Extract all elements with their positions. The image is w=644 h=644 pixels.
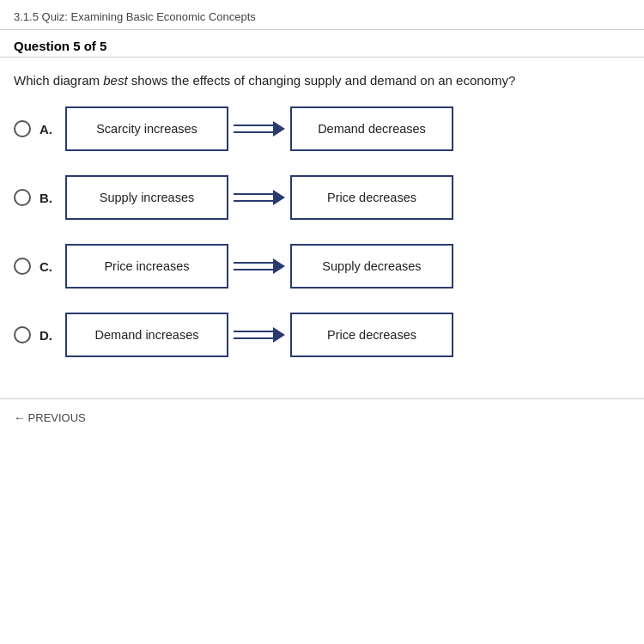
arrow-a <box>234 117 285 141</box>
svg-marker-2 <box>273 121 285 137</box>
diagram-box-d-right: Price decreases <box>290 313 453 357</box>
diagram-box-a-right: Demand decreases <box>290 106 453 151</box>
question-text-after: shows the effects of changing supply and… <box>128 73 516 88</box>
option-row-c: C. Price increases Supply decreases <box>14 244 630 289</box>
arrow-b <box>234 185 285 210</box>
diagram-c: Price increases Supply decreases <box>65 244 630 289</box>
prev-link[interactable]: ← PREVIOUS <box>14 411 630 424</box>
diagram-box-c-right: Supply decreases <box>290 244 453 289</box>
svg-marker-8 <box>273 258 285 274</box>
question-text: Which diagram best shows the effects of … <box>0 66 644 98</box>
diagram-box-b-right: Price decreases <box>290 175 453 220</box>
option-row-d: D. Demand increases Price decreases <box>14 313 630 357</box>
option-letter-b: B. <box>39 191 58 205</box>
diagram-a: Scarcity increases Demand decreases <box>65 106 630 151</box>
radio-b[interactable] <box>14 189 31 206</box>
divider <box>0 57 644 58</box>
question-label: Question 5 of 5 <box>0 30 644 57</box>
page: 3.1.5 Quiz: Examining Basic Economic Con… <box>0 0 644 644</box>
arrow-d <box>234 323 285 347</box>
option-letter-a: A. <box>39 122 58 137</box>
diagram-box-b-left: Supply increases <box>65 175 228 220</box>
diagram-box-d-left: Demand increases <box>65 313 228 357</box>
options-container: A. Scarcity increases Demand decreases B… <box>0 98 644 390</box>
radio-c[interactable] <box>14 258 31 275</box>
diagram-box-a-left: Scarcity increases <box>65 106 228 151</box>
svg-marker-5 <box>273 190 285 205</box>
option-letter-d: D. <box>39 328 58 343</box>
question-text-before: Which diagram <box>14 73 103 88</box>
footer: ← PREVIOUS <box>0 398 644 436</box>
option-letter-c: C. <box>39 259 58 274</box>
option-row-a: A. Scarcity increases Demand decreases <box>14 106 630 151</box>
svg-marker-11 <box>273 327 285 343</box>
option-row-b: B. Supply increases Price decreases <box>14 175 630 220</box>
header: 3.1.5 Quiz: Examining Basic Economic Con… <box>0 0 644 30</box>
radio-a[interactable] <box>14 120 31 137</box>
arrow-c <box>234 254 285 278</box>
radio-d[interactable] <box>14 326 31 343</box>
question-italic: best <box>103 73 127 88</box>
header-subtitle: 3.1.5 Quiz: Examining Basic Economic Con… <box>14 10 256 23</box>
diagram-box-c-left: Price increases <box>65 244 228 289</box>
diagram-b: Supply increases Price decreases <box>65 175 630 220</box>
diagram-d: Demand increases Price decreases <box>65 313 630 357</box>
